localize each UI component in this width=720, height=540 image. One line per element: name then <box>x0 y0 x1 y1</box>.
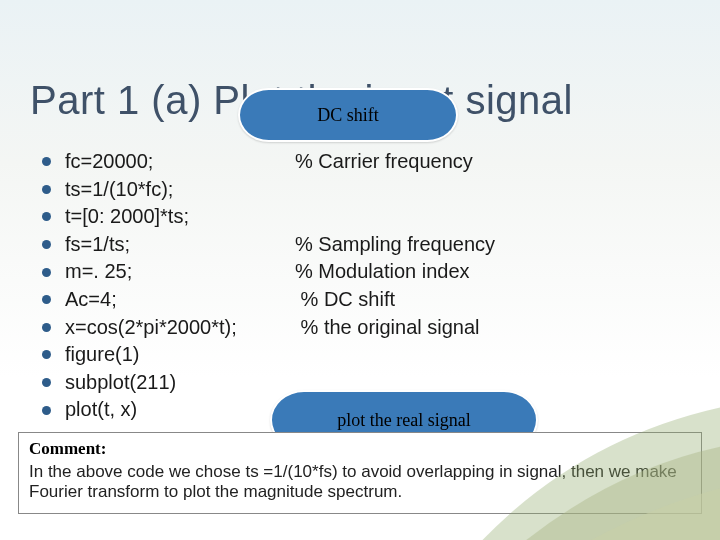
code-text: plot(t, x) <box>65 396 295 424</box>
code-text: m=. 25; <box>65 258 295 286</box>
bullet-icon <box>42 212 51 221</box>
list-item: ts=1/(10*fc); <box>42 176 495 204</box>
code-text: Ac=4; <box>65 286 295 314</box>
bullet-icon <box>42 406 51 415</box>
callout-text: plot the real signal <box>337 410 470 431</box>
code-text: fc=20000; <box>65 148 295 176</box>
code-comment: % Sampling frequency <box>295 231 495 259</box>
comment-header: Comment: <box>29 439 691 460</box>
comment-body: In the above code we chose ts =1/(10*fs)… <box>29 462 691 503</box>
list-item: figure(1) <box>42 341 495 369</box>
code-text: fs=1/ts; <box>65 231 295 259</box>
code-comment: % the original signal <box>295 314 480 342</box>
code-text: t=[0: 2000]*ts; <box>65 203 295 231</box>
bullet-icon <box>42 185 51 194</box>
code-comment: % Carrier frequency <box>295 148 473 176</box>
bullet-icon <box>42 350 51 359</box>
code-comment: % Modulation index <box>295 258 470 286</box>
callout-text: DC shift <box>317 105 379 126</box>
callout-dc-shift: DC shift <box>238 88 458 142</box>
bullet-icon <box>42 323 51 332</box>
code-bullet-list: fc=20000;% Carrier frequency ts=1/(10*fc… <box>42 148 495 424</box>
list-item: m=. 25;% Modulation index <box>42 258 495 286</box>
bullet-icon <box>42 378 51 387</box>
list-item: fs=1/ts;% Sampling frequency <box>42 231 495 259</box>
bullet-icon <box>42 295 51 304</box>
code-text: x=cos(2*pi*2000*t); <box>65 314 295 342</box>
list-item: x=cos(2*pi*2000*t); % the original signa… <box>42 314 495 342</box>
code-text: figure(1) <box>65 341 295 369</box>
list-item: Ac=4; % DC shift <box>42 286 495 314</box>
bullet-icon <box>42 240 51 249</box>
list-item: t=[0: 2000]*ts; <box>42 203 495 231</box>
bullet-icon <box>42 157 51 166</box>
slide: Part 1 (a) Plot the input signal fc=2000… <box>0 0 720 540</box>
code-text: ts=1/(10*fc); <box>65 176 295 204</box>
code-text: subplot(211) <box>65 369 295 397</box>
code-comment: % DC shift <box>295 286 395 314</box>
list-item: fc=20000;% Carrier frequency <box>42 148 495 176</box>
comment-box: Comment: In the above code we chose ts =… <box>18 432 702 514</box>
bullet-icon <box>42 268 51 277</box>
